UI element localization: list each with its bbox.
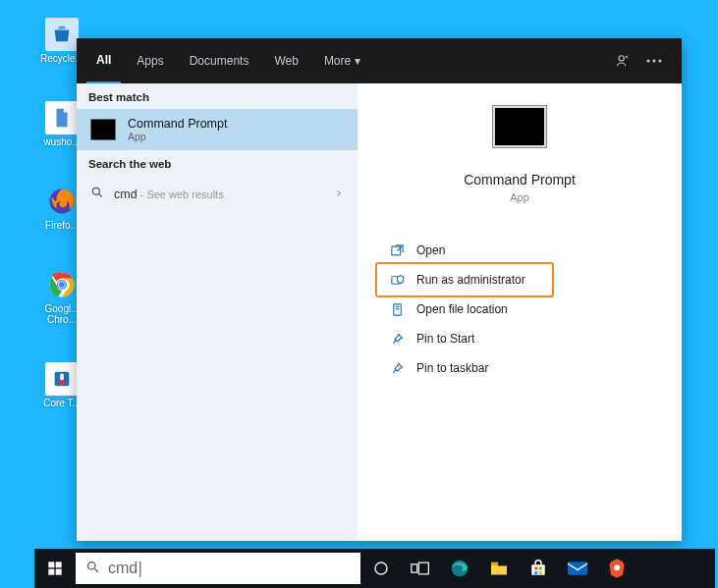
open-icon bbox=[389, 242, 405, 258]
web-query: cmd bbox=[114, 187, 138, 201]
svg-rect-26 bbox=[531, 564, 545, 575]
svg-rect-13 bbox=[391, 246, 400, 255]
svg-point-11 bbox=[658, 59, 661, 62]
taskbar-search-box[interactable]: cmd bbox=[76, 553, 360, 584]
store-icon[interactable] bbox=[524, 554, 553, 583]
svg-point-21 bbox=[375, 562, 387, 574]
tab-apps[interactable]: Apps bbox=[127, 38, 173, 83]
svg-rect-6 bbox=[60, 374, 64, 381]
mail-icon[interactable] bbox=[563, 554, 592, 583]
svg-rect-19 bbox=[56, 569, 62, 575]
svg-rect-29 bbox=[534, 571, 537, 574]
chrome-icon bbox=[45, 268, 79, 301]
tab-more[interactable]: More ▾ bbox=[314, 38, 370, 83]
task-view-icon[interactable] bbox=[406, 554, 435, 583]
brave-icon[interactable] bbox=[602, 554, 632, 583]
action-run-as-admin[interactable]: Run as administrator bbox=[381, 266, 548, 294]
svg-rect-30 bbox=[539, 571, 542, 574]
action-label: Pin to taskbar bbox=[416, 361, 488, 375]
action-open-location[interactable]: Open file location bbox=[381, 295, 682, 323]
edge-icon[interactable] bbox=[445, 554, 474, 583]
action-label: Open file location bbox=[416, 302, 508, 316]
preview-subtitle: App bbox=[510, 191, 529, 203]
shield-run-icon bbox=[389, 272, 405, 288]
tab-documents[interactable]: Documents bbox=[180, 38, 259, 83]
svg-point-32 bbox=[614, 564, 620, 570]
desktop-icon-label: Firefo... bbox=[45, 220, 79, 231]
svg-point-10 bbox=[652, 59, 655, 62]
svg-rect-15 bbox=[393, 303, 401, 314]
svg-rect-22 bbox=[412, 564, 417, 572]
svg-point-12 bbox=[92, 187, 99, 194]
svg-rect-16 bbox=[48, 561, 54, 567]
svg-point-9 bbox=[646, 59, 649, 62]
feedback-icon[interactable] bbox=[615, 53, 640, 69]
svg-rect-17 bbox=[56, 561, 62, 567]
search-input-text[interactable]: cmd bbox=[108, 560, 141, 577]
search-filter-tabs: All Apps Documents Web More ▾ bbox=[77, 38, 682, 83]
best-match-header: Best match bbox=[77, 83, 358, 109]
preview-actions: Open Run as administrator Open fi bbox=[381, 237, 682, 382]
explorer-icon[interactable] bbox=[484, 554, 514, 583]
best-match-subtitle: App bbox=[128, 131, 227, 142]
action-pin-taskbar[interactable]: Pin to taskbar bbox=[381, 354, 682, 382]
desktop-icon-label: Core T... bbox=[43, 398, 81, 408]
preview-app-icon bbox=[492, 105, 547, 148]
action-label: Run as administrator bbox=[416, 273, 525, 287]
pin-icon bbox=[389, 331, 405, 347]
svg-rect-28 bbox=[539, 567, 542, 570]
desktop-icon-label: Googl... Chro... bbox=[44, 303, 79, 325]
svg-point-4 bbox=[59, 282, 65, 288]
search-web-header: Search the web bbox=[77, 150, 358, 176]
svg-point-20 bbox=[88, 561, 96, 569]
svg-point-8 bbox=[619, 56, 624, 61]
best-match-title: Command Prompt bbox=[128, 117, 227, 131]
thermometer-icon bbox=[45, 362, 79, 396]
command-prompt-icon bbox=[90, 119, 116, 140]
start-search-panel: All Apps Documents Web More ▾ Best match… bbox=[77, 38, 682, 541]
firefox-icon bbox=[45, 185, 79, 218]
svg-point-7 bbox=[59, 380, 65, 386]
svg-rect-18 bbox=[48, 569, 54, 575]
pin-icon bbox=[389, 360, 405, 376]
search-icon bbox=[85, 560, 100, 578]
search-result-preview: Command Prompt App Open Run as administ bbox=[358, 83, 682, 541]
action-open[interactable]: Open bbox=[381, 237, 682, 264]
action-label: Open bbox=[416, 243, 445, 257]
web-result-row[interactable]: cmd - See web results bbox=[77, 176, 358, 212]
file-icon bbox=[45, 101, 79, 134]
svg-rect-31 bbox=[568, 561, 587, 574]
search-results-left: Best match Command Prompt App Search the… bbox=[77, 83, 358, 541]
tab-all[interactable]: All bbox=[86, 38, 121, 83]
start-button[interactable] bbox=[34, 549, 76, 588]
cortana-icon[interactable] bbox=[366, 554, 396, 583]
action-pin-start[interactable]: Pin to Start bbox=[381, 325, 682, 352]
recycle-bin-icon bbox=[45, 18, 79, 51]
svg-rect-23 bbox=[418, 562, 428, 574]
taskbar-pinned bbox=[366, 554, 632, 583]
action-label: Pin to Start bbox=[416, 332, 474, 346]
folder-location-icon bbox=[389, 301, 405, 317]
chevron-right-icon bbox=[334, 187, 344, 201]
options-icon[interactable] bbox=[646, 59, 672, 63]
taskbar: cmd bbox=[34, 549, 715, 588]
preview-title: Command Prompt bbox=[464, 172, 576, 187]
search-results-body: Best match Command Prompt App Search the… bbox=[77, 83, 682, 541]
svg-rect-27 bbox=[534, 567, 537, 570]
best-match-result[interactable]: Command Prompt App bbox=[77, 109, 358, 150]
tab-web[interactable]: Web bbox=[264, 38, 307, 83]
desktop-icon-label: wusho... bbox=[43, 136, 80, 147]
search-icon bbox=[90, 186, 104, 202]
svg-rect-25 bbox=[491, 562, 498, 565]
web-hint: - See web results bbox=[138, 188, 224, 200]
